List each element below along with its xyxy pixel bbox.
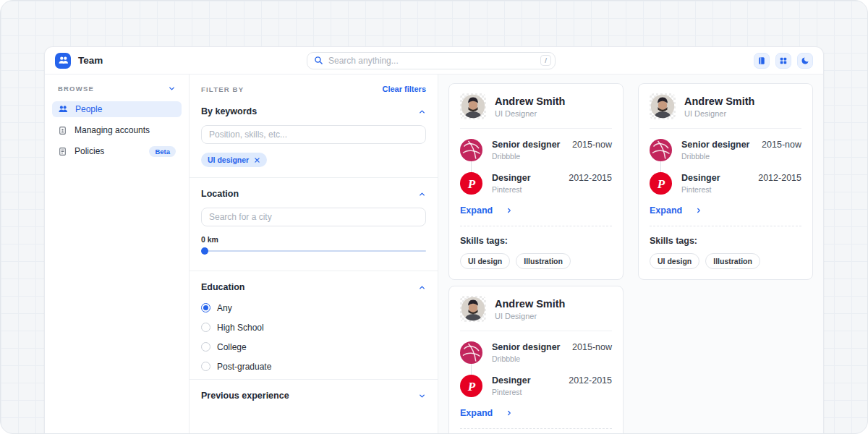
radio-option-any[interactable]: Any (201, 301, 426, 315)
experience-row: Senior designer Dribbble 2015-now (460, 139, 612, 161)
brand: Team (55, 53, 200, 69)
skill-tag[interactable]: UI design (460, 253, 510, 269)
section-divider (190, 379, 438, 380)
keyword-tag-label: UI designer (208, 156, 249, 164)
chevron-right-icon (506, 409, 513, 417)
dribbble-icon (460, 139, 482, 161)
distance-value-label: 0 km (201, 235, 426, 244)
sidebar-item-policies[interactable]: Policies Beta (52, 143, 182, 159)
skill-tag[interactable]: Illustration (705, 253, 760, 269)
location-section-header[interactable]: Location (201, 189, 426, 199)
filter-panel: FILTER BY Clear filters By keywords UI d… (190, 75, 438, 433)
skill-tags: UI design Illustration (650, 253, 801, 269)
sidebar-nav: People Managing accounts Policies Beta (52, 101, 182, 159)
experience-period: 2012-2015 (758, 172, 801, 183)
filter-panel-header: FILTER BY Clear filters (201, 85, 426, 93)
experience-company: Dribbble (492, 152, 563, 161)
radio-icon[interactable] (201, 323, 210, 332)
dribbble-icon (460, 341, 482, 364)
sidebar-item-label: Policies (75, 146, 142, 156)
avatar-photo-icon (461, 297, 485, 321)
sidebar-item-managing-accounts[interactable]: Managing accounts (52, 122, 182, 138)
candidate-name: Andrew Smith (495, 95, 565, 107)
radio-option-post-graduate[interactable]: Post-graduate (201, 359, 426, 373)
sidebar: BROWSE People Managing accounts Policies (45, 75, 190, 433)
experience-title: Senior designer (492, 342, 563, 352)
radio-option-high-school[interactable]: High School (201, 320, 426, 334)
candidate-name: Andrew Smith (684, 95, 754, 107)
experience-period: 2012-2015 (569, 172, 612, 183)
radio-option-college[interactable]: College (201, 340, 426, 354)
chevron-down-icon (168, 85, 176, 93)
sidebar-item-people[interactable]: People (52, 101, 182, 117)
beta-badge: Beta (149, 146, 176, 157)
avatar-photo-icon (650, 94, 675, 119)
pinterest-icon (650, 172, 672, 195)
skill-tag[interactable]: Illustration (516, 253, 571, 269)
education-options: Any High School College Post-graduate (201, 301, 426, 373)
search-input[interactable] (328, 56, 535, 66)
chevron-up-icon (418, 284, 426, 292)
close-icon[interactable] (254, 157, 260, 163)
experience-title: Desinger (681, 173, 749, 183)
book-button[interactable] (754, 53, 770, 69)
experience-row: Desinger Pinterest 2012-2015 (460, 375, 612, 397)
education-section-header[interactable]: Education (201, 282, 426, 292)
clear-filters-link[interactable]: Clear filters (382, 85, 426, 93)
previous-experience-label: Previous experience (201, 391, 289, 401)
candidate-card: Andrew Smith UI Designer Senior designer… (638, 83, 813, 280)
skills-label: Skills tags: (460, 236, 612, 246)
skills-label: Skills tags: (650, 236, 801, 246)
experience-row: Desinger Pinterest 2012-2015 (650, 172, 801, 195)
section-divider (190, 271, 438, 271)
browse-section-header[interactable]: BROWSE (52, 85, 182, 93)
policy-book-icon (58, 147, 67, 156)
experience-title: Senior designer (681, 140, 752, 150)
previous-experience-section-header[interactable]: Previous experience (201, 391, 426, 401)
experience-timeline: Senior designer Dribbble 2015-now Desing… (460, 129, 612, 195)
card-header: Andrew Smith UI Designer (460, 93, 612, 129)
candidate-role: UI Designer (684, 109, 754, 118)
avatar (460, 296, 486, 322)
expand-button[interactable]: Expand (650, 205, 801, 216)
skill-tag[interactable]: UI design (650, 253, 699, 269)
top-bar: Team / (45, 47, 823, 75)
experience-company: Pinterest (681, 185, 749, 194)
moon-icon (801, 56, 809, 65)
dark-mode-button[interactable] (797, 53, 813, 69)
app-title: Team (78, 55, 103, 66)
id-badge-icon (58, 126, 67, 135)
card-divider (460, 226, 612, 226)
radio-icon[interactable] (201, 362, 210, 371)
slider-track[interactable] (201, 250, 426, 252)
city-search-input[interactable] (201, 208, 426, 226)
experience-company: Pinterest (492, 388, 559, 396)
expand-button[interactable]: Expand (460, 205, 612, 216)
experience-row: Desinger Pinterest 2012-2015 (460, 172, 612, 195)
radio-icon[interactable] (201, 342, 210, 352)
people-icon (58, 104, 68, 114)
card-divider (650, 226, 801, 226)
pinterest-icon (460, 375, 482, 397)
candidate-card: Andrew Smith UI Designer Senior designer… (448, 83, 624, 280)
results-area: Andrew Smith UI Designer Senior designer… (438, 75, 823, 433)
filter-by-label: FILTER BY (201, 85, 244, 93)
search-bar[interactable]: / (307, 52, 556, 69)
grid-apps-button[interactable] (775, 53, 791, 69)
experience-row: Senior designer Dribbble 2015-now (650, 139, 801, 161)
keyword-tag-ui-designer[interactable]: UI designer (201, 153, 267, 167)
distance-slider[interactable] (201, 247, 426, 255)
keywords-input[interactable] (201, 125, 426, 144)
keywords-section-header[interactable]: By keywords (201, 106, 426, 116)
radio-selected-icon[interactable] (201, 303, 210, 312)
chevron-right-icon (695, 207, 702, 214)
skill-tags: UI design Illustration (460, 253, 612, 269)
candidate-role: UI Designer (495, 109, 565, 118)
experience-title: Desinger (492, 375, 559, 386)
experience-period: 2015-now (572, 341, 612, 352)
card-header: Andrew Smith UI Designer (650, 93, 801, 129)
slider-thumb[interactable] (201, 247, 208, 255)
experience-row: Senior designer Dribbble 2015-now (460, 341, 612, 364)
avatar-photo-icon (461, 94, 485, 119)
expand-button[interactable]: Expand (460, 408, 612, 418)
